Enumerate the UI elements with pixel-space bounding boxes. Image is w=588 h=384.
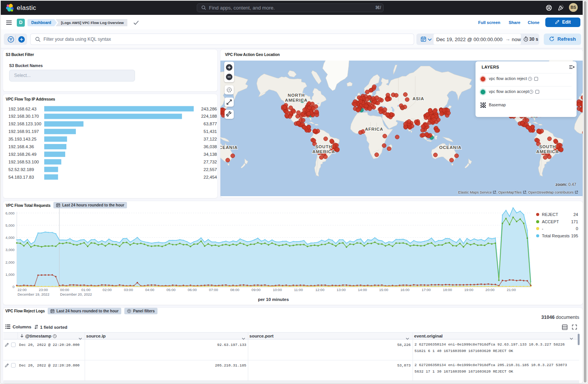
svg-text:03:00: 03:00	[124, 288, 133, 292]
svg-text:192.168.26.49: 192.168.26.49	[8, 152, 37, 157]
svg-text:6,000: 6,000	[5, 211, 14, 215]
svg-text:07:00: 07:00	[209, 288, 218, 292]
svg-text:16:00: 16:00	[400, 288, 410, 292]
svg-text:13:00: 13:00	[337, 288, 346, 292]
svg-text:35.193.143.25: 35.193.143.25	[8, 137, 37, 141]
svg-text:December 19, 2022: December 19, 2022	[18, 292, 49, 296]
svg-text:12:00: 12:00	[315, 288, 325, 292]
svg-text:0: 0	[13, 285, 14, 289]
svg-text:37,122: 37,122	[204, 137, 217, 141]
svg-text:December 20, 2022: December 20, 2022	[60, 292, 92, 296]
svg-text:22,557: 22,557	[204, 167, 217, 172]
svg-text:15:00: 15:00	[379, 288, 388, 292]
svg-text:09:00: 09:00	[252, 288, 261, 292]
svg-text:per 10 minutes: per 10 minutes	[258, 297, 289, 302]
svg-text:02:00: 02:00	[103, 288, 112, 292]
svg-text:243,286: 243,286	[201, 107, 217, 111]
svg-text:SOUTH: SOUTH	[315, 144, 332, 149]
svg-text:ASIA: ASIA	[413, 96, 424, 101]
svg-text:1,000: 1,000	[5, 272, 14, 277]
svg-text:00:00: 00:00	[60, 288, 69, 292]
svg-text:52.52.92.189: 52.52.92.189	[8, 167, 34, 172]
svg-text:19:00: 19:00	[464, 288, 473, 292]
svg-text:192.168.30.170: 192.168.30.170	[8, 114, 39, 118]
svg-text:36,038: 36,038	[204, 144, 217, 149]
svg-text:11:00: 11:00	[294, 288, 303, 292]
svg-text:06:00: 06:00	[188, 288, 197, 292]
svg-text:27,732: 27,732	[204, 160, 217, 164]
svg-text:22:00: 22:00	[18, 288, 27, 292]
svg-text:5,000: 5,000	[5, 223, 14, 227]
svg-text:192.168.91.197: 192.168.91.197	[8, 129, 39, 134]
svg-text:224,188: 224,188	[201, 114, 217, 118]
svg-text:05:00: 05:00	[167, 288, 176, 292]
svg-text:20:00: 20:00	[485, 288, 495, 292]
svg-text:3,000: 3,000	[5, 248, 14, 252]
svg-text:17:00: 17:00	[422, 288, 431, 292]
svg-text:01:00: 01:00	[81, 288, 90, 292]
svg-text:4,000: 4,000	[5, 235, 14, 240]
svg-text:22,454: 22,454	[204, 175, 217, 179]
svg-text:AMERICA: AMERICA	[312, 149, 335, 154]
svg-text:51,431: 51,431	[204, 129, 217, 134]
svg-text:10:00: 10:00	[273, 288, 282, 292]
svg-text:OCEANIA: OCEANIA	[439, 145, 462, 150]
svg-text:2,000: 2,000	[5, 260, 14, 264]
svg-text:192.168.4.36: 192.168.4.36	[8, 144, 34, 149]
svg-text:18:00: 18:00	[443, 288, 452, 292]
svg-text:63,877: 63,877	[204, 122, 217, 126]
svg-text:04:00: 04:00	[145, 288, 154, 292]
svg-text:08:00: 08:00	[230, 288, 239, 292]
svg-text:192.168.53.100: 192.168.53.100	[8, 160, 39, 164]
svg-text:21:00: 21:00	[507, 288, 516, 292]
svg-text:192.168.123.100: 192.168.123.100	[8, 122, 41, 126]
svg-text:AMERICA: AMERICA	[285, 98, 307, 102]
svg-text:AFRICA: AFRICA	[365, 127, 383, 131]
svg-text:34,138: 34,138	[204, 152, 217, 157]
svg-text:23:00: 23:00	[39, 288, 48, 292]
svg-text:NORTH: NORTH	[288, 93, 305, 98]
svg-text:14:00: 14:00	[358, 288, 367, 292]
svg-text:54.183.17.83: 54.183.17.83	[8, 175, 34, 179]
svg-text:192.168.62.43: 192.168.62.43	[8, 107, 37, 111]
